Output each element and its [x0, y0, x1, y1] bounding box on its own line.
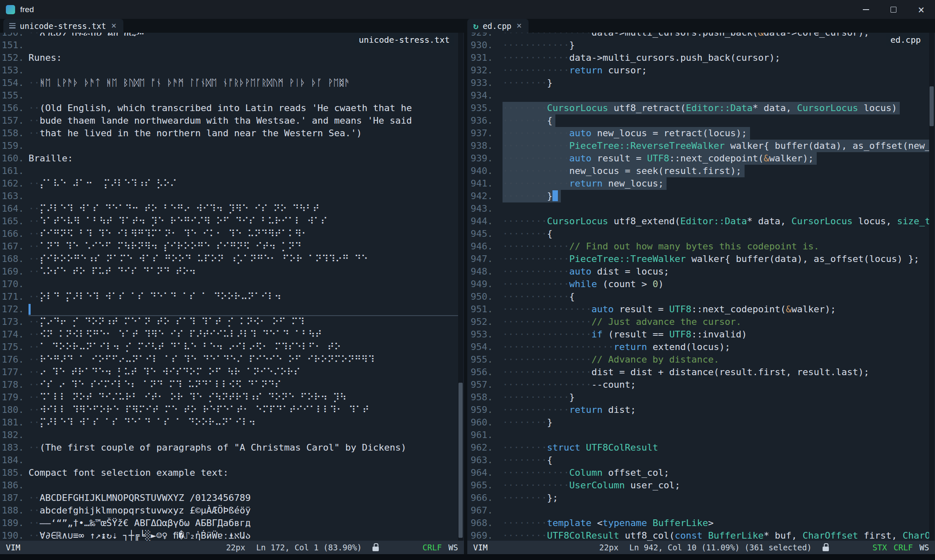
line-number: 935.	[467, 102, 493, 114]
lock-icon[interactable]	[823, 547, 829, 551]
line-text: ········}	[503, 77, 552, 89]
line-number: 181.	[0, 416, 24, 429]
code-line: 960.········}	[467, 416, 929, 429]
right-scrollbar-thumb[interactable]	[930, 86, 934, 126]
close-button[interactable]: ×	[907, 0, 935, 19]
font-size-indicator: 22px	[226, 543, 245, 552]
line-number: 931.	[467, 52, 493, 64]
line-text: ··⠪⠝ ⠅⠝⠪⠇⠫⠛⠑⠂ ⠱⠁⠞ ⠹⠻⠑ ⠊⠎ ⠏⠜⠞⠊⠊⠥⠇⠜⠇⠹ ⠙⠑⠁⠙…	[29, 328, 322, 341]
tab-unicode-stress-txt[interactable]: unicode-stress.txt ×	[3, 19, 123, 33]
code-line: 932.············return cursor;	[467, 64, 929, 77]
code-line: 166.··⠎⠊⠛⠝⠫ ⠃⠹ ⠹⠑ ⠊⠇⠻⠛⠹⠍⠁⠝⠂ ⠹⠑ ⠊⠅⠂ ⠹⠑ ⠥⠝…	[0, 228, 458, 240]
code-line: 172.	[0, 303, 458, 316]
line-number: 965.	[467, 479, 493, 492]
line-number: 167.	[0, 240, 24, 253]
code-line: 184.	[0, 454, 458, 467]
line-number: 939.	[467, 152, 493, 165]
line-number: 947.	[467, 253, 493, 265]
code-line: 158.··that he lived in the northern land…	[0, 127, 458, 140]
code-line: 942.········}	[467, 190, 929, 202]
vim-mode-indicator: VIM	[473, 543, 487, 552]
line-number: 157.	[0, 114, 24, 127]
code-line: 155.	[0, 89, 458, 102]
line-text: ············// Find out how many bytes t…	[503, 240, 819, 253]
minimize-button[interactable]	[852, 0, 880, 19]
code-line: 969.········UTF8ColResult utf8_col(const…	[467, 529, 929, 541]
line-number: 152.	[0, 52, 24, 64]
line-number: 156.	[0, 102, 24, 114]
code-line: 935.········CursorLocus utf8_retract(Edi…	[467, 102, 929, 114]
line-text: ········CursorLocus utf8_retract(Editor:…	[503, 102, 897, 114]
cursor-position-indicator: Ln 172, Col 1 (83.90%)	[256, 543, 362, 552]
line-text: ··⡎⠊⠗⠕⠕⠛⠑⠰⠎ ⠝⠁⠍⠑ ⠺⠁⠎ ⠛⠕⠕⠙ ⠥⠏⠕⠝ ⠰⡡⠁⠝⠛⠑⠂ ⠋…	[29, 253, 368, 265]
line-text: ··⠔ ⠹⠑ ⠞⠗⠁⠙⠑⠲ ⡃⠥⠞ ⠹⠑ ⠺⠊⠎⠙⠕⠍ ⠕⠋ ⠳⠗ ⠁⠝⠊⠑⠌⠕…	[29, 366, 300, 379]
maximize-icon	[891, 7, 896, 13]
line-number: 932.	[467, 64, 493, 77]
line-number: 154.	[0, 77, 24, 89]
line-text: ············auto new_locus = retract(loc…	[503, 127, 747, 140]
code-line: 161.	[0, 165, 458, 177]
whitespace-indicator[interactable]: WS	[448, 543, 458, 552]
code-line: 968.········template <typename BufferLik…	[467, 517, 929, 529]
tab-close-icon[interactable]: ×	[110, 21, 117, 30]
line-text: ············auto result = UTF8::next_cod…	[503, 152, 814, 165]
code-line: 153.	[0, 64, 458, 77]
app-icon	[6, 5, 15, 14]
window-title: fred	[20, 5, 34, 14]
code-line: 937.············auto new_locus = retract…	[467, 127, 929, 140]
line-text: ················dist = dist + distance(r…	[503, 366, 869, 379]
line-text: ··ᚻᛖ ᚳᚹᚫᚦ ᚦᚫᛏ ᚻᛖ ᛒᚢᛞᛖ ᚩᚾ ᚦᚫᛗ ᛚᚪᚾᛞᛖ ᚾᚩᚱᚦᚹ…	[29, 77, 350, 89]
line-number: 959.	[467, 404, 493, 416]
whitespace-indicator[interactable]: WS	[919, 543, 929, 552]
line-ending-indicator[interactable]: CRLF	[422, 543, 442, 552]
tab-close-icon[interactable]: ×	[516, 21, 523, 30]
line-number: 962.	[467, 441, 493, 454]
line-number: 960.	[467, 416, 493, 429]
line-number: 185.	[0, 467, 24, 479]
line-number: 183.	[0, 441, 24, 454]
line-number: 169.	[0, 265, 24, 278]
line-number: 170.	[0, 278, 24, 290]
line-text: ············Column offset_col;	[503, 467, 669, 479]
line-number: 963.	[467, 454, 493, 467]
text-editor-left[interactable]: 150.··እግርህን በፍራሽህ ልክ ዘርጋ።151.152.Runes:1…	[0, 33, 464, 541]
title-bar: fred ×	[0, 0, 935, 19]
line-number: 941.	[467, 177, 493, 190]
left-scrollbar[interactable]	[458, 33, 463, 541]
line-ending-indicator[interactable]: CRLF	[893, 543, 913, 552]
code-line: 966.········};	[467, 492, 929, 504]
line-text: Runes:	[29, 52, 62, 64]
line-number: 961.	[467, 429, 493, 441]
lock-icon[interactable]	[372, 547, 379, 551]
right-editor-pane: ed.cpp × 929.················data->multi…	[467, 19, 935, 554]
line-number: 954.	[467, 341, 493, 353]
line-number: 171.	[0, 290, 24, 303]
line-number: 163.	[0, 190, 24, 202]
line-number: 173.	[0, 316, 24, 328]
code-line: 944.········CursorLocus utf8_extend(Edit…	[467, 215, 929, 228]
line-text: ··⠁⠝⠙ ⠹⠑ ⠡⠊⠑⠋ ⠍⠳⠗⠝⠻⠲ ⡎⠊⠗⠕⠕⠛⠑ ⠎⠊⠛⠝⠫ ⠊⠞⠲ ⡁…	[29, 240, 302, 253]
right-scrollbar[interactable]	[929, 33, 934, 541]
code-line: 185.Compact font selection example text:	[0, 467, 458, 479]
line-text: ················// Just advance the curs…	[503, 316, 742, 328]
vim-mode-indicator: VIM	[6, 543, 20, 552]
text-editor-right[interactable]: 929.················data->multi_cursors.…	[467, 33, 935, 541]
line-number: 179.	[0, 391, 24, 404]
tab-ed-cpp[interactable]: ed.cpp ×	[467, 19, 529, 33]
code-line: 170.	[0, 278, 458, 290]
maximize-button[interactable]	[880, 0, 907, 19]
line-number: 943.	[467, 202, 493, 215]
line-text: ············PieceTree::ReverseTreeWalker…	[503, 140, 929, 152]
line-text: ··⡍⠔⠙⠖ ⡊ ⠙⠕⠝⠰⠞ ⠍⠑⠁⠝ ⠞⠕ ⠎⠁⠹ ⠹⠁⠞ ⡊ ⠅⠝⠪⠂ ⠕⠋…	[29, 316, 305, 328]
line-number: 151.	[0, 39, 24, 52]
stx-indicator[interactable]: STX	[872, 543, 887, 552]
code-line: 178.··⠊⠎ ⠔ ⠹⠑ ⠎⠊⠍⠊⠇⠑⠆ ⠁⠝⠙ ⠍⠹ ⠥⠝⠙⠁⠇⠇⠪⠫ ⠙⠁…	[0, 379, 458, 391]
line-text: Braille:	[29, 152, 73, 165]
line-text: ··⡌⠁⠧⠑ ⠼⠁⠒ ⡍⠜⠇⠑⠹⠰⠎ ⡣⠕⠌	[29, 177, 177, 190]
code-line: 930.············}	[467, 39, 929, 52]
left-tab-bar: unicode-stress.txt ×	[0, 19, 464, 33]
line-number: 936.	[467, 114, 493, 127]
line-number: 150.	[0, 33, 24, 39]
code-line: 165.··⠱⠁⠞⠑⠧⠻ ⠁⠃⠳⠞ ⠹⠁⠞⠲ ⡹⠑ ⠗⠑⠛⠊⠌⠻ ⠕⠋ ⠙⠊⠎ …	[0, 215, 458, 228]
left-scrollbar-thumb[interactable]	[458, 383, 463, 538]
